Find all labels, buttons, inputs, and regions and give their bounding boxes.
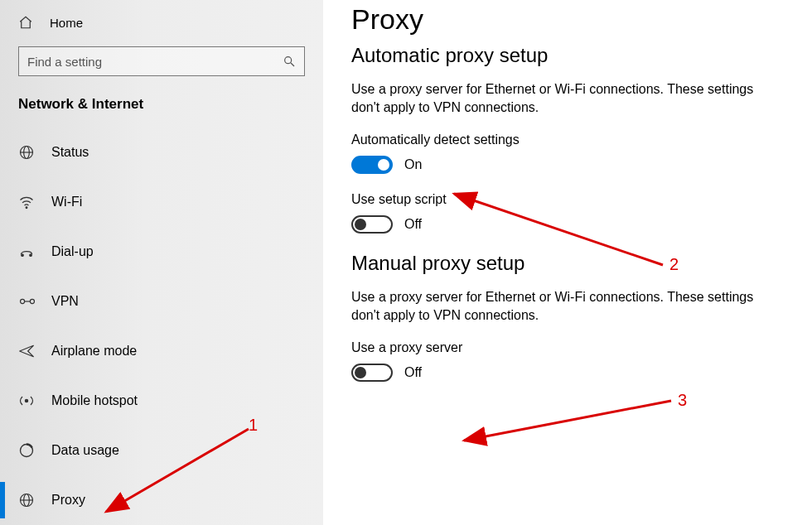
search-icon [283, 55, 296, 68]
sidebar-item-status[interactable]: Status [0, 128, 323, 177]
sidebar: Home Find a setting Network & Internet S… [0, 0, 323, 525]
globe-icon [18, 492, 38, 508]
setup-script-label: Use setup script [351, 192, 795, 207]
automatic-proxy-heading: Automatic proxy setup [351, 44, 795, 67]
sidebar-item-proxy[interactable]: Proxy [0, 475, 323, 525]
sidebar-item-label: Proxy [51, 493, 85, 508]
manual-proxy-desc: Use a proxy server for Ethernet or Wi-Fi… [351, 288, 782, 324]
sidebar-item-label: VPN [51, 294, 79, 309]
airplane-icon [18, 343, 38, 359]
wifi-icon [18, 194, 38, 210]
svg-point-5 [26, 207, 27, 209]
auto-detect-toggle[interactable] [351, 156, 393, 174]
hotspot-icon [18, 393, 38, 409]
setup-script-state: Off [404, 217, 422, 232]
sidebar-item-datausage[interactable]: Data usage [0, 426, 323, 475]
main-panel: Proxy Automatic proxy setup Use a proxy … [323, 0, 812, 525]
home-label: Home [50, 16, 83, 30]
use-proxy-toggle[interactable] [351, 364, 393, 382]
svg-point-0 [285, 57, 292, 64]
sidebar-item-vpn[interactable]: VPN [0, 277, 323, 326]
home-link[interactable]: Home [0, 8, 323, 35]
page-title: Proxy [351, 3, 795, 36]
svg-point-7 [30, 254, 32, 257]
svg-point-11 [25, 399, 27, 402]
auto-detect-label: Automatically detect settings [351, 132, 795, 147]
sidebar-item-airplane[interactable]: Airplane mode [0, 326, 323, 376]
dialup-icon [18, 243, 38, 260]
vpn-icon [18, 293, 38, 310]
data-usage-icon [18, 442, 38, 459]
sidebar-item-label: Wi-Fi [51, 195, 82, 210]
search-input[interactable]: Find a setting [18, 46, 305, 76]
setup-script-toggle[interactable] [351, 215, 393, 234]
sidebar-item-hotspot[interactable]: Mobile hotspot [0, 376, 323, 426]
svg-point-8 [21, 299, 25, 303]
globe-icon [18, 144, 38, 161]
use-proxy-state: Off [404, 365, 422, 380]
svg-point-9 [30, 299, 34, 303]
search-placeholder: Find a setting [27, 55, 102, 69]
sidebar-item-label: Dial-up [51, 244, 94, 259]
manual-proxy-heading: Manual proxy setup [351, 252, 795, 275]
svg-line-1 [291, 63, 294, 66]
svg-point-6 [22, 254, 24, 257]
sidebar-item-label: Mobile hotspot [51, 393, 138, 408]
automatic-proxy-desc: Use a proxy server for Ethernet or Wi-Fi… [351, 80, 782, 116]
sidebar-item-label: Data usage [51, 443, 119, 458]
use-proxy-label: Use a proxy server [351, 340, 795, 355]
home-icon [18, 15, 38, 30]
sidebar-item-dialup[interactable]: Dial-up [0, 227, 323, 277]
sidebar-item-label: Airplane mode [51, 344, 137, 359]
sidebar-item-wifi[interactable]: Wi-Fi [0, 177, 323, 227]
sidebar-section-title: Network & Internet [0, 91, 323, 128]
sidebar-item-label: Status [51, 145, 89, 160]
auto-detect-state: On [404, 157, 422, 172]
